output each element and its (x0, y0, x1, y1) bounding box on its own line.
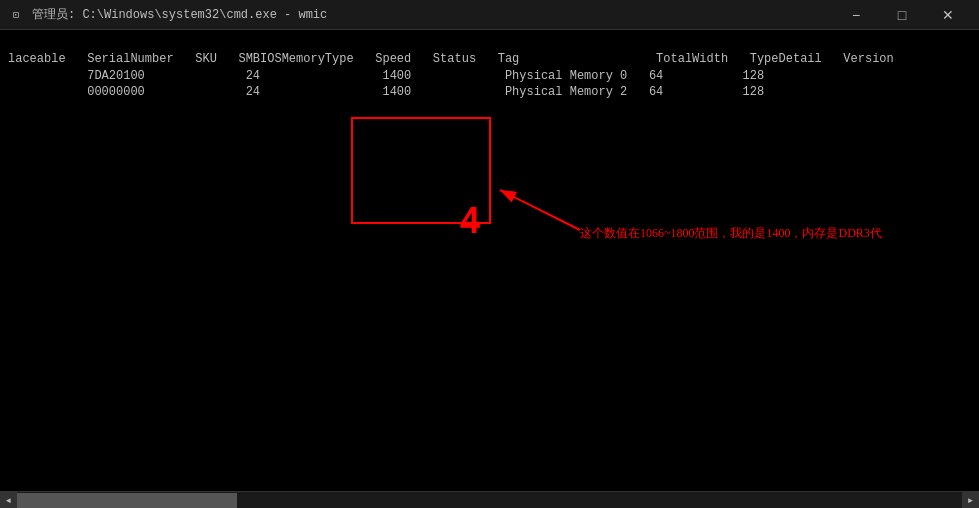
annotation-number: 4 (460, 200, 480, 242)
close-button[interactable]: ✕ (925, 0, 971, 30)
scroll-right-button[interactable]: ► (962, 492, 979, 509)
horizontal-scrollbar[interactable]: ◄ ► (0, 491, 979, 508)
svg-line-1 (500, 190, 580, 230)
console-line-2: 7DA20100 24 1400 Physical Memory 0 64 12… (8, 69, 764, 83)
title-bar-left: ⊡ 管理员: C:\Windows\system32\cmd.exe - wmi… (8, 6, 327, 23)
maximize-button[interactable]: □ (879, 0, 925, 30)
scrollbar-thumb[interactable] (17, 493, 237, 508)
window-title: 管理员: C:\Windows\system32\cmd.exe - wmic (32, 6, 327, 23)
console-line-3: 00000000 24 1400 Physical Memory 2 64 12… (8, 85, 764, 99)
minimize-button[interactable]: − (833, 0, 879, 30)
scroll-left-button[interactable]: ◄ (0, 492, 17, 509)
console-output: laceable SerialNumber SKU SMBIOSMemoryTy… (8, 34, 971, 118)
console-line-1: laceable SerialNumber SKU SMBIOSMemoryTy… (8, 52, 894, 66)
window-controls: − □ ✕ (833, 0, 971, 30)
console-body: laceable SerialNumber SKU SMBIOSMemoryTy… (0, 30, 979, 491)
scrollbar-track[interactable] (17, 492, 962, 508)
highlight-box (351, 117, 491, 224)
annotation-text: 这个数值在1066~1800范围，我的是1400，内存是DDR3代 (580, 225, 882, 242)
annotation-arrow (480, 180, 600, 240)
cmd-icon: ⊡ (8, 7, 24, 23)
title-bar: ⊡ 管理员: C:\Windows\system32\cmd.exe - wmi… (0, 0, 979, 30)
